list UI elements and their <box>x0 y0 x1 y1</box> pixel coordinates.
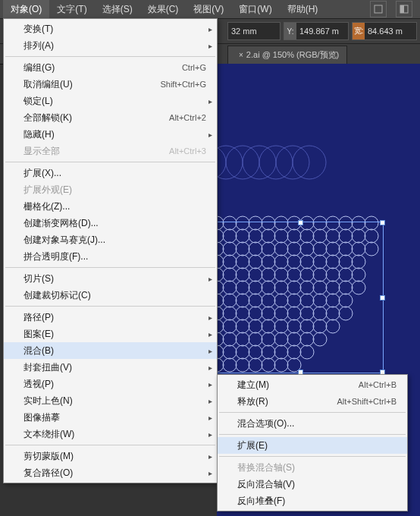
toolbar-icon-1[interactable] <box>370 1 387 17</box>
menu-item[interactable]: 栅格化(Z)... <box>4 198 217 215</box>
menu-item[interactable]: 混合(B) <box>4 342 217 359</box>
tab-label: 2.ai @ 150% (RGB/预览) <box>246 49 339 61</box>
menu-item[interactable]: 图案(E) <box>4 326 217 342</box>
submenu-item[interactable]: 释放(R)Alt+Shift+Ctrl+B <box>218 393 407 410</box>
menu-help[interactable]: 帮助(H) <box>280 0 326 18</box>
selection-handle[interactable] <box>298 220 303 225</box>
menu-item[interactable]: 复合路径(O) <box>4 464 217 481</box>
menu-item[interactable]: 路径(P) <box>4 309 217 326</box>
menu-item[interactable]: 封套扭曲(V) <box>4 359 217 376</box>
menu-view[interactable]: 视图(V) <box>186 0 231 18</box>
svg-rect-2 <box>400 5 404 13</box>
submenu-item[interactable]: 建立(M)Alt+Ctrl+B <box>218 376 407 393</box>
submenu-item[interactable]: 反向堆叠(F) <box>218 492 407 509</box>
menu-item[interactable]: 透视(P) <box>4 376 217 392</box>
submenu-item[interactable]: 扩展(E) <box>218 437 407 454</box>
opt-field[interactable]: 32 mm <box>227 22 281 40</box>
menu-item[interactable]: 创建对象马赛克(J)... <box>4 231 217 248</box>
menu-select[interactable]: 选择(S) <box>95 0 140 18</box>
menu-item[interactable]: 图像描摹 <box>4 409 217 426</box>
menu-item[interactable]: 编组(G)Ctrl+G <box>4 59 217 76</box>
submenu-item[interactable]: 反向混合轴(V) <box>218 476 407 492</box>
menu-window[interactable]: 窗口(W) <box>231 0 279 18</box>
menu-item[interactable]: 实时上色(N) <box>4 392 217 409</box>
menu-item[interactable]: 扩展(X)... <box>4 165 217 181</box>
submenu-item[interactable]: 混合选项(O)... <box>218 415 407 432</box>
menu-item[interactable]: 切片(S) <box>4 270 217 287</box>
menu-item[interactable]: 隐藏(H) <box>4 126 217 143</box>
tab-document[interactable]: × 2.ai @ 150% (RGB/预览) <box>227 46 347 64</box>
submenu-item[interactable]: 替换混合轴(S) <box>218 459 407 476</box>
selection-handle[interactable] <box>380 220 385 225</box>
opt-width[interactable]: 宽:84.643 m <box>352 22 417 40</box>
menu-text[interactable]: 文字(T) <box>49 0 94 18</box>
menu-item[interactable]: 排列(A) <box>4 37 217 54</box>
menu-item[interactable]: 创建渐变网格(D)... <box>4 215 217 231</box>
menubar: 对象(O) 文字(T) 选择(S) 效果(C) 视图(V) 窗口(W) 帮助(H… <box>0 0 420 19</box>
toolbar-icon-2[interactable] <box>396 1 412 17</box>
menu-item[interactable]: 全部解锁(K)Alt+Ctrl+2 <box>4 109 217 126</box>
object-dropdown: 变换(T)排列(A)编组(G)Ctrl+G取消编组(U)Shift+Ctrl+G… <box>3 18 218 483</box>
tab-close-icon[interactable]: × <box>239 51 243 59</box>
menu-object[interactable]: 对象(O) <box>3 0 49 18</box>
menu-item[interactable]: 取消编组(U)Shift+Ctrl+G <box>4 76 217 93</box>
menu-item[interactable]: 变换(T) <box>4 20 217 37</box>
svg-point-3 <box>217 146 226 179</box>
menu-item[interactable]: 锁定(L) <box>4 93 217 109</box>
menu-item[interactable]: 显示全部Alt+Ctrl+3 <box>4 143 217 159</box>
blend-submenu: 建立(M)Alt+Ctrl+B释放(R)Alt+Shift+Ctrl+B混合选项… <box>217 374 408 511</box>
menu-item[interactable]: 扩展外观(E) <box>4 181 217 198</box>
menu-effect[interactable]: 效果(C) <box>140 0 186 18</box>
menu-item[interactable]: 拼合透明度(F)... <box>4 248 217 265</box>
menu-item[interactable]: 剪切蒙版(M) <box>4 448 217 464</box>
menu-item[interactable]: 文本绕排(W) <box>4 426 217 442</box>
menu-item[interactable]: 创建裁切标记(C) <box>4 287 217 304</box>
selection-handle[interactable] <box>380 295 385 300</box>
svg-rect-0 <box>375 5 382 13</box>
opt-y[interactable]: Y:149.867 m <box>284 22 349 40</box>
selection-rect <box>217 222 384 373</box>
